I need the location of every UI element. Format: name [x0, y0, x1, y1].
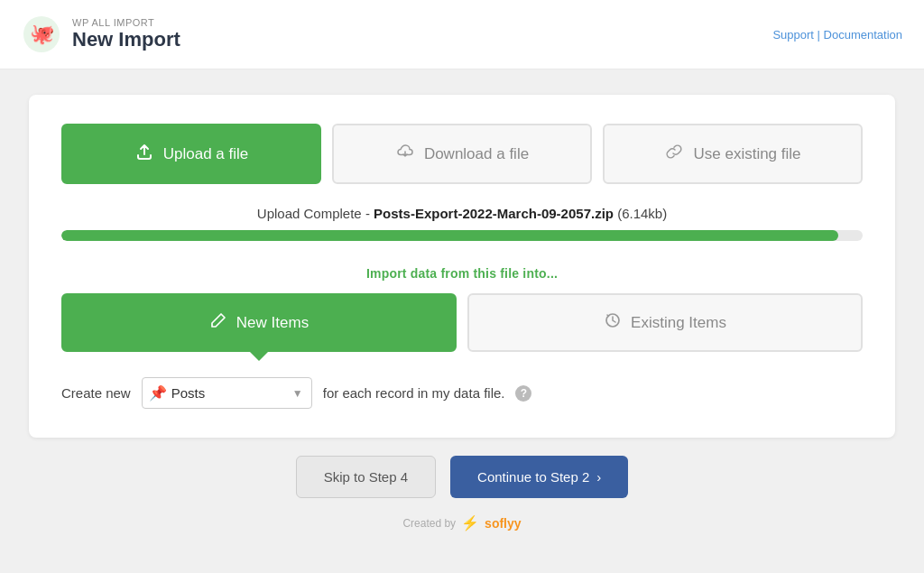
brand-footer: Created by ⚡ soflyy: [402, 514, 521, 531]
tab-download-file[interactable]: Download a file: [332, 124, 592, 184]
tab-upload-label: Upload a file: [163, 145, 249, 163]
progress-bar-fill: [61, 230, 838, 241]
header-titles: WP ALL IMPORT New Import: [72, 17, 180, 51]
tab-upload-file[interactable]: Upload a file: [61, 124, 321, 184]
create-prefix: Create new: [61, 385, 131, 401]
upload-status-prefix: Upload Complete -: [257, 206, 374, 221]
post-type-select[interactable]: Posts Pages Custom Post Type: [142, 377, 312, 409]
soflyy-icon: ⚡: [461, 514, 479, 531]
continue-to-step2-button[interactable]: Continue to Step 2 ›: [450, 456, 628, 498]
upload-status: Upload Complete - Posts-Export-2022-Marc…: [61, 206, 863, 221]
progress-bar-container: [61, 230, 863, 241]
svg-text:🐙: 🐙: [30, 22, 55, 46]
created-by-text: Created by: [402, 517, 456, 530]
soflyy-brand-name: soflyy: [485, 516, 521, 531]
new-items-label: New Items: [236, 314, 309, 332]
file-tab-row: Upload a file Download a file Use existi…: [61, 124, 863, 184]
create-new-row: Create new 📌 Posts Pages Custom Post Typ…: [61, 377, 863, 409]
main-content: Upload a file Download a file Use existi…: [0, 69, 924, 557]
continue-arrow-icon: ›: [596, 469, 601, 485]
pencil-icon: [209, 311, 227, 334]
footer-actions: Skip to Step 4 Continue to Step 2 ›: [296, 456, 629, 498]
import-section-label: Import data from this file into...: [61, 266, 863, 281]
brand-logo-icon: 🐙: [22, 14, 61, 54]
help-icon[interactable]: ?: [515, 385, 531, 402]
app-header: 🐙 WP ALL IMPORT New Import Support | Doc…: [0, 0, 924, 69]
tab-existing-file[interactable]: Use existing file: [603, 124, 863, 184]
support-link[interactable]: Support: [772, 28, 814, 42]
app-subtitle: WP ALL IMPORT: [72, 17, 180, 28]
post-type-select-wrap[interactable]: 📌 Posts Pages Custom Post Type ▼: [142, 377, 312, 409]
upload-cloud-icon: [134, 142, 154, 166]
tab-existing-label: Use existing file: [693, 145, 800, 163]
upload-filesize: (6.14kb): [617, 206, 667, 221]
existing-items-label: Existing Items: [631, 314, 726, 332]
btn-existing-items[interactable]: Existing Items: [467, 293, 863, 352]
btn-new-items[interactable]: New Items: [61, 293, 457, 352]
link-icon: [664, 142, 684, 166]
history-icon: [604, 311, 622, 334]
upload-filename: Posts-Export-2022-March-09-2057.zip: [374, 206, 614, 221]
header-links[interactable]: Support | Documentation: [772, 28, 902, 42]
download-cloud-icon: [395, 142, 415, 166]
skip-to-step4-button[interactable]: Skip to Step 4: [296, 456, 436, 498]
item-type-row: New Items Existing Items: [61, 293, 863, 352]
create-suffix: for each record in my data file.: [323, 385, 505, 401]
continue-label: Continue to Step 2: [477, 469, 589, 485]
import-card: Upload a file Download a file Use existi…: [29, 95, 895, 438]
tab-download-label: Download a file: [424, 145, 529, 163]
page-title: New Import: [72, 28, 180, 51]
documentation-link[interactable]: Documentation: [824, 28, 902, 42]
brand-area: 🐙 WP ALL IMPORT New Import: [22, 14, 180, 54]
